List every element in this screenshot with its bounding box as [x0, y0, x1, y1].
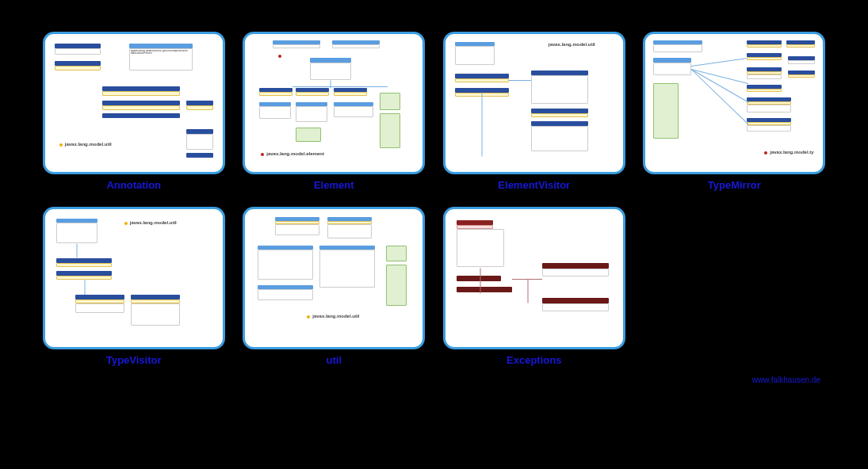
card-typemirror[interactable]: javax.lang.model.ty TypeMirror [640, 32, 829, 191]
pkg-label: javax.lang.model.util [312, 314, 359, 318]
diagram-grid: getAnnotation getAnnotations getDeclared… [40, 32, 828, 366]
pkg-label: javax.lang.model.ty [770, 150, 813, 154]
caption-element: Element [314, 179, 354, 191]
caption-typevisitor: TypeVisitor [106, 354, 162, 366]
caption-annotation: Annotation [106, 179, 161, 191]
card-typevisitor[interactable]: javax.lang.model.util TypeVisitor [40, 207, 228, 366]
pkg-label: javax.lang.model.element [266, 151, 324, 156]
thumbnail-typemirror[interactable]: javax.lang.model.ty [643, 32, 825, 174]
thumbnail-elementvisitor[interactable]: javax.lang.model.util [443, 32, 625, 174]
caption-elementvisitor: ElementVisitor [498, 179, 570, 191]
card-util[interactable]: javax.lang.model.util util [240, 207, 429, 366]
card-exceptions[interactable]: Exceptions [440, 207, 629, 366]
card-annotation[interactable]: getAnnotation getAnnotations getDeclared… [40, 32, 228, 191]
thumbnail-annotation[interactable]: getAnnotation getAnnotations getDeclared… [43, 32, 225, 174]
caption-exceptions: Exceptions [507, 354, 561, 366]
pkg-label: javax.lang.model.util [549, 42, 595, 47]
thumbnail-util[interactable]: javax.lang.model.util [243, 207, 425, 349]
card-elementvisitor[interactable]: javax.lang.model.util ElementVisitor [440, 32, 629, 191]
caption-typemirror: TypeMirror [708, 179, 761, 191]
card-element[interactable]: javax.lang.model.element Element [240, 32, 429, 191]
thumbnail-element[interactable]: javax.lang.model.element [243, 32, 425, 174]
pkg-label: javax.lang.model.util [65, 142, 112, 147]
footer-link[interactable]: www.falkhausen.de [40, 376, 828, 384]
thumbnail-typevisitor[interactable]: javax.lang.model.util [43, 207, 225, 349]
caption-util: util [327, 354, 342, 366]
pkg-label: javax.lang.model.util [130, 220, 177, 225]
thumbnail-exceptions[interactable] [443, 207, 625, 349]
